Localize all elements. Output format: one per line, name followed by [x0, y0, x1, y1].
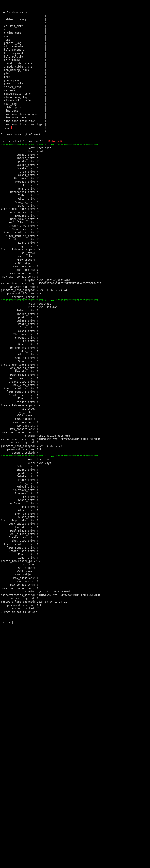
- row-header: *************************** 2. row *****…: [1, 299, 98, 302]
- field-row: Create_view_priv: N: [1, 536, 38, 539]
- field-row: Trigger_priv: N: [1, 556, 38, 559]
- field-row: Create_tablespace_priv: Y: [1, 248, 40, 251]
- field-row: Drop_priv: N: [1, 326, 38, 329]
- field-row: File_priv: N: [1, 339, 38, 342]
- table-row: | slave_master_info |: [1, 92, 47, 95]
- field-row: account_locked: Y: [1, 451, 38, 454]
- table-row: | slow_log |: [1, 102, 47, 105]
- table-row: | db |: [1, 28, 47, 31]
- field-row: Alter_priv: N: [1, 509, 38, 512]
- field-row: Create_priv: Y: [1, 167, 38, 170]
- prompt: mysql>: [1, 11, 10, 14]
- field-row: Create_view_priv: N: [1, 380, 38, 383]
- field-row: password_last_changed: 2024-09-06 17:24:…: [1, 289, 67, 292]
- field-row: password_expired: N: [1, 597, 38, 600]
- field-row: Create_routine_priv: N: [1, 387, 38, 390]
- annotation: 查询user表: [48, 140, 62, 143]
- field-row: Insert_priv: Y: [1, 157, 38, 160]
- field-row: x509_issuer:: [1, 258, 37, 261]
- cmd-select-user[interactable]: select * from user\G: [12, 140, 43, 143]
- field-row: Reload_priv: N: [1, 330, 38, 333]
- field-row: Update_priv: N: [1, 316, 38, 319]
- field-row: Select_priv: Y: [1, 153, 38, 156]
- field-row: Super_priv: Y: [1, 204, 38, 207]
- field-row: authentication_string: *THISISNOTAVALIDP…: [1, 438, 101, 441]
- field-row: Grant_priv: N: [1, 343, 38, 346]
- field-row: Host: localhost: [1, 458, 51, 461]
- field-row: Alter_routine_priv: N: [1, 390, 38, 393]
- table-row: | slave_relay_log_info |: [1, 96, 47, 99]
- table-row: | servers |: [1, 89, 47, 92]
- cmd-show-tables[interactable]: show tables;: [12, 11, 31, 14]
- field-row: password_last_changed: 2024-09-06 17:24:…: [1, 600, 67, 603]
- field-row: ssl_cipher:: [1, 566, 37, 569]
- field-row: password_lifetime: NULL: [1, 604, 43, 607]
- table-row: | time_zone_transition |: [1, 119, 47, 122]
- field-row: password_expired: N: [1, 441, 38, 444]
- field-row: Show_view_priv: N: [1, 539, 38, 542]
- terminal-output: mysql> show tables; +-------------------…: [1, 11, 149, 624]
- field-row: max_user_connections: 0: [1, 275, 38, 278]
- field-row: User: mysql.session: [1, 306, 57, 309]
- field-row: Create_priv: N: [1, 322, 38, 326]
- field-row: plugin: mysql_native_password: [1, 279, 70, 282]
- table-border: +---------------------------+: [1, 21, 47, 24]
- cursor[interactable]: [12, 621, 13, 624]
- field-row: Show_view_priv: Y: [1, 228, 38, 231]
- field-row: Select_priv: N: [1, 309, 38, 312]
- field-row: Host: localhost: [1, 147, 51, 150]
- table-row: | gtid_executed |: [1, 45, 47, 48]
- field-row: Show_db_priv: N: [1, 512, 38, 515]
- field-row: Repl_client_priv: N: [1, 532, 38, 535]
- field-row: Index_priv: Y: [1, 194, 38, 197]
- field-row: Shutdown_priv: N: [1, 489, 38, 492]
- table-row: | func |: [1, 38, 47, 41]
- table-row: | time_zone_leap_second |: [1, 113, 47, 116]
- field-row: max_questions: 0: [1, 577, 38, 580]
- rows-summary: 3 rows in set (0.00 sec): [1, 611, 38, 614]
- table-row: | server_cost |: [1, 86, 47, 89]
- field-row: plugin: mysql_native_password: [1, 434, 70, 437]
- table-border: +---------------------------+: [1, 14, 47, 18]
- field-row: Repl_client_priv: N: [1, 377, 38, 380]
- field-row: Create_user_priv: N: [1, 394, 38, 397]
- field-row: password_lifetime: NULL: [1, 448, 43, 451]
- field-row: Create_tmp_table_priv: Y: [1, 207, 38, 211]
- field-row: Process_priv: N: [1, 492, 38, 495]
- field-row: Update_priv: Y: [1, 160, 38, 163]
- field-row: Create_routine_priv: N: [1, 543, 38, 546]
- table-row: | time_zone_transition_type |: [1, 123, 47, 126]
- field-row: ssl_type:: [1, 251, 37, 254]
- field-row: Show_db_priv: N: [1, 356, 38, 360]
- table-row: | proxies_priv |: [1, 82, 47, 85]
- field-row: Insert_priv: N: [1, 468, 38, 471]
- field-row: Update_priv: N: [1, 472, 38, 475]
- field-row: Event_priv: N: [1, 397, 38, 400]
- field-row: x509_subject:: [1, 262, 37, 265]
- field-row: Delete_priv: N: [1, 475, 38, 478]
- field-row: Process_priv: Y: [1, 180, 38, 183]
- field-row: Lock_tables_priv: N: [1, 367, 38, 370]
- field-row: max_questions: 0: [1, 421, 38, 424]
- field-row: Reload_priv: N: [1, 485, 38, 488]
- field-row: password_expired: N: [1, 285, 38, 288]
- table-row: | help_relation |: [1, 55, 47, 58]
- field-row: Alter_routine_priv: Y: [1, 235, 38, 238]
- field-row: Create_tablespace_priv: N: [1, 560, 40, 563]
- field-row: max_questions: 0: [1, 265, 38, 268]
- field-row: Shutdown_priv: N: [1, 333, 38, 336]
- field-row: plugin: mysql_native_password: [1, 590, 70, 593]
- field-row: Trigger_priv: Y: [1, 245, 38, 248]
- field-row: Create_view_priv: Y: [1, 224, 38, 227]
- field-row: References_priv: Y: [1, 190, 38, 193]
- field-row: Delete_priv: N: [1, 319, 38, 322]
- field-row: Create_routine_priv: Y: [1, 231, 38, 234]
- field-row: ssl_type:: [1, 563, 37, 566]
- field-row: Event_priv: Y: [1, 241, 38, 244]
- field-row: Drop_priv: Y: [1, 170, 38, 173]
- field-row: Lock_tables_priv: N: [1, 522, 38, 525]
- field-row: x509_issuer:: [1, 414, 37, 417]
- field-row: File_priv: Y: [1, 184, 38, 187]
- table-row: | time_zone_name |: [1, 116, 47, 119]
- field-row: Create_user_priv: Y: [1, 238, 38, 241]
